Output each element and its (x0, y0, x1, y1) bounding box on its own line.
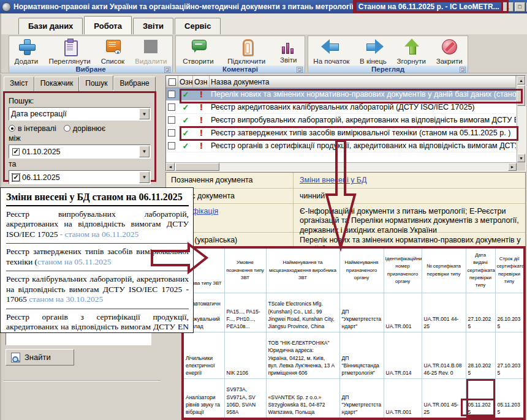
список-button[interactable]: Список (99, 37, 127, 66)
column-header-ozn2[interactable]: Озн (193, 76, 210, 88)
expander-icon[interactable]: ◲ (164, 67, 170, 73)
radio-equals-label: дорівнює (73, 124, 105, 133)
expander-icon[interactable]: ◲ (297, 67, 303, 73)
clipboard-icon (61, 38, 79, 56)
date-to-checkbox[interactable] (12, 174, 20, 181)
details-value[interactable]: Зміни внесені у БД (294, 173, 525, 188)
table-cell: ДП "Вінницястандартметрологія" (339, 332, 384, 378)
left-tab-пошук[interactable]: Пошук (79, 75, 113, 90)
date-to-value: 06.11.2025 (22, 173, 60, 182)
table-row[interactable]: ✓!Перелік нових та змінених нормативно-п… (166, 88, 516, 101)
details-row: Статус документачинний (166, 189, 525, 204)
checkbox-icon[interactable] (168, 142, 175, 149)
search-label: Пошук: (9, 97, 151, 105)
column-header[interactable]: № сертифіката перевірки типу (422, 249, 466, 293)
menu-tab-робота[interactable]: Робота (84, 16, 132, 34)
date-from-combo[interactable]: 01.10.2025 ▼ (9, 144, 151, 159)
button-label: На початок (313, 58, 349, 65)
згорнути-button[interactable]: Згорнути (395, 37, 428, 66)
toolbar-group-перегляд: На початокВ кінецьЗгорнутиЗакритиПерегля… (308, 36, 468, 72)
column-header-title[interactable]: Назва документа (210, 76, 516, 88)
scrollbar-thumb[interactable] (175, 163, 219, 171)
date-to-combo[interactable]: 06.11.2025 ▼ (9, 170, 151, 184)
table-row[interactable]: ✓!Реєстр затверджених типів засобів вимі… (166, 127, 516, 140)
scroll-down-icon[interactable]: ▼ (517, 154, 525, 162)
звіти-button[interactable]: Звіти (277, 37, 300, 64)
table-cell: 05.11.2025 (466, 378, 495, 418)
document-title: Реєстр випробувальних лабораторій, акред… (210, 116, 516, 124)
arrow-up-icon (402, 38, 420, 56)
maximize-icon[interactable]: □ (515, 2, 525, 12)
column-header[interactable]: Строк дії сертифіката перевірки типу (495, 249, 523, 293)
table-row[interactable]: Неавтоматичний зважувальний приладPA15..… (184, 293, 523, 332)
scroll-right-icon[interactable]: ► (508, 163, 517, 171)
column-header[interactable]: Умовне позначення типу ЗВТ (224, 249, 266, 293)
column-header[interactable]: Найменування та місцезнаходження виробни… (266, 249, 339, 293)
global-search-input[interactable] (6, 332, 151, 345)
table-row[interactable]: Лічильники електричної енергіїNIK 2106ТО… (184, 332, 523, 378)
chevron-down-icon[interactable]: ▼ (139, 108, 150, 119)
left-panel-tabs: ЗмістПокажчикПошукВибране (4, 77, 156, 91)
block-icon (440, 38, 458, 56)
menu-tab-звіти[interactable]: Звіти (133, 18, 173, 34)
menu-tab-бази-даних[interactable]: Бази даних (18, 18, 83, 34)
checkbox-icon[interactable] (168, 103, 175, 111)
checkbox-icon (169, 78, 176, 86)
find-button-label: Знайти (25, 353, 51, 362)
horizontal-scrollbar[interactable]: ◄ ► (166, 162, 517, 171)
table-cell: UA.TR.001 45-25 (422, 378, 466, 418)
checkbox-icon[interactable] (168, 116, 175, 124)
certificates-table: Назва типу ЗВТУмовне позначення типу ЗВТ… (181, 246, 526, 420)
table-cell: UA.TR.001 (384, 378, 422, 418)
radio-interval[interactable]: в інтервалі (9, 124, 56, 133)
column-header-ozn1[interactable]: Озн (178, 76, 193, 88)
column-header[interactable]: Дата видачі сертифіката перевірки типу (466, 249, 495, 293)
table-cell: ДП "Укрметртестстандарт" (339, 293, 384, 332)
expander-icon[interactable]: ◲ (460, 67, 466, 73)
document-title: Реєстр акредитованих калібрувальних лабо… (210, 103, 516, 111)
на-початок-button[interactable]: На початок (311, 37, 352, 66)
left-tab-покажчик[interactable]: Покажчик (34, 77, 80, 91)
column-header[interactable]: Ідентифікаційний номер призначеного орга… (384, 249, 422, 293)
закрити-button[interactable]: Закрити (434, 37, 465, 66)
checkbox-icon[interactable] (168, 91, 175, 98)
підключити-button[interactable]: Підключити (225, 37, 268, 66)
в-кінець-button[interactable]: В кінець (357, 37, 389, 66)
select-all-header[interactable] (166, 76, 178, 88)
details-row: Позначення документаЗміни внесені у БД (166, 173, 525, 189)
check-icon: ✓ (183, 116, 189, 125)
chevron-down-icon[interactable]: ▼ (139, 146, 150, 157)
table-cell: «SVANTEK Sp. z o.o.» Strzygłowska 81, 04… (266, 378, 339, 418)
table-row[interactable]: ✓!Реєстр органів з сертифікації продукці… (166, 140, 516, 152)
left-tab-зміст[interactable]: Зміст (4, 77, 34, 91)
chevron-down-icon[interactable]: ▼ (139, 171, 150, 183)
scroll-left-icon[interactable]: ◄ (166, 163, 175, 171)
vertical-scrollbar[interactable]: ▲ ▼ (517, 76, 525, 162)
column-header[interactable]: Найменування призначеного органу (339, 249, 384, 293)
scrollbar-thumb[interactable] (517, 85, 525, 106)
scroll-up-icon[interactable]: ▲ (517, 76, 525, 84)
title-date-highlight-box: Станом на 06.11.2025 р. - ІС LeoMETR... (355, 1, 503, 13)
створити-button[interactable]: Створити (180, 37, 216, 66)
table-row[interactable]: ✓!Реєстр випробувальних лабораторій, акр… (166, 114, 516, 127)
table-row[interactable]: Аналізатори рівнів звуку та вібраціїSV97… (184, 378, 523, 418)
додати-button[interactable]: Додати (12, 37, 41, 66)
menu-tab-сервіс[interactable]: Сервіс (175, 18, 221, 34)
search-field-select[interactable]: Дата реєстрації ▼ (9, 107, 151, 121)
radio-equals[interactable]: дорівнює (64, 124, 105, 133)
exclamation-icon: ! (199, 115, 203, 125)
window-title-date: Станом на 06.11.2025 р. - ІС LeoMETR... (358, 2, 499, 11)
plus-icon (17, 38, 36, 56)
arrow-left-icon (321, 38, 342, 56)
details-row: КласифікаціяЄ-Інформаційні документи з п… (166, 204, 525, 233)
minimize-icon[interactable]: _ (503, 2, 514, 12)
left-tab-вибране[interactable]: Вибране (113, 77, 155, 91)
checkbox-icon[interactable] (168, 129, 175, 137)
table-row[interactable]: ✓!Реєстр акредитованих калібрувальних ла… (166, 101, 516, 114)
exclamation-icon: ! (199, 89, 203, 99)
date-from-value: 01.10.2025 (22, 148, 61, 156)
menu-tabs: Бази данихРоботаЗвітиСервіс (0, 13, 527, 34)
переглянути-button[interactable]: Переглянути (46, 37, 93, 66)
date-from-checkbox[interactable] (12, 148, 20, 156)
find-button[interactable]: Знайти (6, 349, 74, 366)
